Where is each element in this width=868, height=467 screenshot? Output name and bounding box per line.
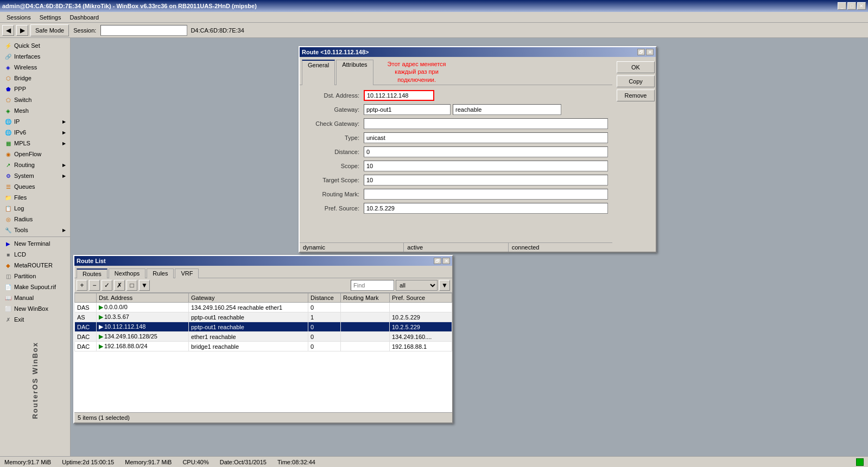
cell-distance: 1	[308, 312, 341, 322]
maximize-button[interactable]: □	[847, 2, 856, 10]
sidebar-item-files[interactable]: 📁 Files	[0, 192, 70, 203]
col-routing-mark[interactable]: Routing Mark	[341, 293, 390, 303]
tab-attributes[interactable]: Attributes	[336, 60, 373, 85]
note-line1: Этот адрес меняется	[388, 60, 446, 68]
remove-button[interactable]: Remove	[617, 89, 655, 101]
table-row[interactable]: DAC ▶10.112.112.148 pptp-out1 reachable …	[75, 322, 452, 332]
disable-route-button[interactable]: ✗	[114, 280, 125, 291]
sidebar-item-quick-set[interactable]: ⚡ Quick Set	[0, 40, 70, 51]
add-route-button[interactable]: +	[77, 280, 87, 291]
manual-icon: 📖	[4, 294, 12, 302]
ok-button[interactable]: OK	[617, 61, 655, 73]
col-distance[interactable]: Distance	[308, 293, 341, 303]
tab-nexthops[interactable]: Nexthops	[109, 268, 145, 278]
gateway-input[interactable]	[364, 104, 451, 115]
check-gateway-label: Check Gateway:	[304, 120, 364, 127]
sidebar-item-mesh[interactable]: ◈ Mesh	[0, 105, 70, 116]
route-dialog-title: Route <10.112.112.148>	[302, 49, 369, 55]
table-row[interactable]: AS ▶10.3.5.67 pptp-out1 reachable 1 10.2…	[75, 312, 452, 322]
filter-dropdown-button[interactable]: ▼	[439, 280, 450, 291]
sidebar-label-quick-set: Quick Set	[14, 42, 40, 49]
route-list-close-button[interactable]: ✕	[442, 258, 450, 264]
sidebar-item-ip[interactable]: 🌐 IP	[0, 116, 70, 127]
col-dst-address[interactable]: Dst. Address	[97, 293, 189, 303]
sidebar-item-radius[interactable]: ◎ Radius	[0, 214, 70, 225]
target-scope-input[interactable]	[364, 175, 608, 185]
sidebar-label-metarouter: MetaROUTER	[14, 262, 53, 268]
route-dialog-titlebar: Route <10.112.112.148> 🗗 ✕	[300, 47, 656, 57]
forward-button[interactable]: ▶	[16, 25, 28, 36]
type-input[interactable]	[364, 132, 608, 143]
sidebar-item-exit[interactable]: ✗ Exit	[0, 314, 70, 325]
sidebar-item-wireless[interactable]: ◈ Wireless	[0, 62, 70, 73]
enable-route-button[interactable]: ✓	[102, 280, 112, 291]
tab-vrf[interactable]: VRF	[175, 268, 199, 278]
back-button[interactable]: ◀	[2, 25, 14, 36]
check-gateway-input[interactable]	[364, 118, 608, 129]
copy-route-button[interactable]: □	[126, 280, 137, 291]
menu-sessions[interactable]: Sessions	[2, 13, 35, 22]
route-list-toolbar: + − ✓ ✗ □ ▼ all connected static ▼	[74, 278, 452, 293]
sidebar-item-lcd[interactable]: ■ LCD	[0, 249, 70, 260]
route-filter-select[interactable]: all connected static	[396, 280, 438, 291]
menu-bar: Sessions Settings Dashboard	[0, 12, 868, 23]
close-button[interactable]: ✕	[857, 2, 866, 10]
route-dialog-restore-button[interactable]: 🗗	[637, 49, 645, 55]
sidebar-item-routing[interactable]: ↗ Routing	[0, 159, 70, 170]
route-list-restore-button[interactable]: 🗗	[434, 258, 441, 264]
sidebar-item-make-supout[interactable]: 📄 Make Supout.rif	[0, 282, 70, 292]
sidebar-item-system[interactable]: ⚙ System	[0, 170, 70, 181]
tab-routes[interactable]: Routes	[77, 268, 107, 278]
filter-route-button[interactable]: ▼	[139, 280, 150, 291]
dst-address-input[interactable]	[364, 90, 434, 101]
minimize-button[interactable]: _	[838, 2, 846, 10]
sidebar-item-interfaces[interactable]: 🔗 Interfaces	[0, 51, 70, 62]
main-toolbar: ◀ ▶ Safe Mode Session: D4:CA:6D:8D:7E:34	[0, 23, 868, 38]
distance-input[interactable]	[364, 146, 608, 157]
session-value: D4:CA:6D:8D:7E:34	[191, 27, 244, 34]
sidebar-item-manual[interactable]: 📖 Manual	[0, 292, 70, 303]
wireless-icon: ◈	[4, 63, 12, 71]
route-search-input[interactable]	[351, 280, 394, 291]
remove-route-button[interactable]: −	[89, 280, 100, 291]
sidebar-item-new-winbox[interactable]: ⬜ New WinBox	[0, 303, 70, 314]
cell-pref-source: 134.249.160....	[390, 332, 452, 342]
session-input[interactable]	[100, 25, 187, 36]
route-dialog-titlebar-buttons: 🗗 ✕	[637, 49, 654, 55]
sidebar-item-ppp[interactable]: ⬟ PPP	[0, 84, 70, 94]
tab-rules[interactable]: Rules	[147, 268, 174, 278]
menu-settings[interactable]: Settings	[35, 13, 66, 22]
sidebar-item-metarouter[interactable]: ◆ MetaROUTER	[0, 260, 70, 271]
sidebar-item-new-terminal[interactable]: ▶ New Terminal	[0, 238, 70, 249]
cell-flags: DAC	[75, 342, 97, 351]
sidebar-item-queues[interactable]: ☰ Queues	[0, 181, 70, 192]
menu-dashboard[interactable]: Dashboard	[65, 13, 103, 22]
scope-input[interactable]	[364, 161, 608, 171]
safe-mode-button[interactable]: Safe Mode	[30, 24, 69, 36]
dst-address-label: Dst. Address:	[304, 92, 364, 99]
table-row[interactable]: DAC ▶134.249.160.128/25 ether1 reachable…	[75, 332, 452, 342]
sidebar-item-log[interactable]: 📋 Log	[0, 203, 70, 214]
sidebar-item-partition[interactable]: ◫ Partition	[0, 271, 70, 282]
sidebar-item-mpls[interactable]: ▦ MPLS	[0, 138, 70, 149]
col-gateway[interactable]: Gateway	[189, 293, 308, 303]
interfaces-icon: 🔗	[4, 53, 12, 60]
tab-general[interactable]: General	[302, 60, 335, 85]
route-dialog-close-button[interactable]: ✕	[646, 49, 654, 55]
ppp-icon: ⬟	[4, 85, 12, 93]
col-flags[interactable]	[75, 293, 97, 303]
col-pref-source[interactable]: Pref. Source	[390, 293, 452, 303]
metarouter-icon: ◆	[4, 261, 12, 269]
sidebar-item-ipv6[interactable]: 🌐 IPv6	[0, 127, 70, 138]
sidebar-item-openflow[interactable]: ◉ OpenFlow	[0, 149, 70, 159]
routing-mark-input[interactable]	[364, 189, 608, 200]
sidebar-item-switch[interactable]: ⬠ Switch	[0, 94, 70, 105]
status-cpu: CPU:40%	[182, 459, 208, 465]
copy-button[interactable]: Copy	[617, 75, 655, 87]
pref-source-input[interactable]	[364, 203, 608, 214]
sidebar-item-tools[interactable]: 🔧 Tools	[0, 225, 70, 235]
table-row[interactable]: DAC ▶192.168.88.0/24 bridge1 reachable 0…	[75, 342, 452, 351]
cell-dst: ▶10.112.112.148	[97, 322, 189, 332]
table-row[interactable]: DAS ▶0.0.0.0/0 134.249.160.254 reachable…	[75, 303, 452, 312]
sidebar-item-bridge[interactable]: ⬡ Bridge	[0, 73, 70, 84]
